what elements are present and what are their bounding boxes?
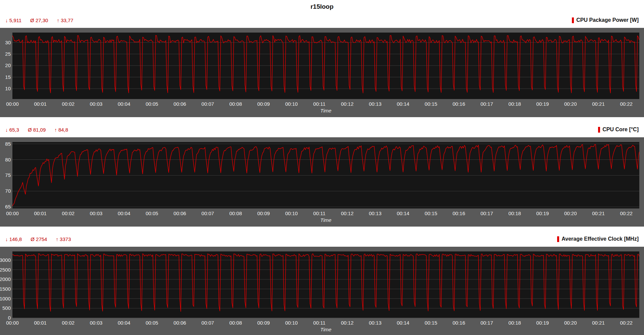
svg-text:20: 20 [5, 62, 11, 68]
svg-text:500: 500 [2, 305, 11, 311]
stats-temp: ↓ 65,3 Ø 81,09 ↑ 84,8 [5, 127, 68, 133]
svg-text:00:21: 00:21 [592, 210, 605, 216]
svg-text:00:00: 00:00 [6, 101, 19, 107]
svg-text:00:04: 00:04 [118, 101, 130, 107]
svg-text:00:03: 00:03 [90, 101, 103, 107]
svg-text:00:14: 00:14 [397, 210, 410, 216]
section-cpu-package-power: ↓ 5,911 Ø 27,30 ↑ 33,77 CPU Package Powe… [0, 14, 644, 117]
clock-chart: 05001000150020002500300000:0000:0100:020… [0, 247, 644, 335]
stats-row-clock: ↓ 146,8 Ø 2754 ↑ 3373 Average Effective … [0, 233, 644, 245]
svg-text:00:05: 00:05 [146, 210, 158, 216]
svg-text:00:20: 00:20 [564, 210, 577, 216]
svg-text:00:11: 00:11 [313, 320, 325, 326]
svg-text:Time: Time [320, 327, 331, 332]
svg-text:00:08: 00:08 [229, 320, 242, 326]
svg-text:80: 80 [5, 157, 11, 162]
svg-text:00:01: 00:01 [34, 210, 47, 216]
window-title-band: r15loop [0, 0, 644, 13]
legend-marker-icon [572, 17, 574, 23]
legend-marker-icon [598, 127, 600, 133]
svg-text:00:00: 00:00 [6, 320, 19, 326]
stats-clock: ↓ 146,8 Ø 2754 ↑ 3373 [5, 236, 71, 242]
svg-text:00:22: 00:22 [620, 101, 633, 107]
svg-text:10: 10 [5, 86, 11, 91]
svg-text:00:01: 00:01 [34, 320, 47, 326]
svg-text:Time: Time [320, 108, 331, 113]
svg-text:70: 70 [5, 188, 11, 194]
stat-max: ↑ 33,77 [57, 17, 73, 23]
svg-text:1500: 1500 [0, 286, 11, 292]
stat-avg: Ø 27,30 [30, 17, 48, 23]
clock-chart-panel: 05001000150020002500300000:0000:0100:020… [0, 247, 644, 335]
svg-text:00:19: 00:19 [536, 210, 549, 216]
temp-chart-panel: 657075808500:0000:0100:0200:0300:0400:05… [0, 137, 644, 227]
svg-text:3000: 3000 [0, 257, 11, 263]
power-chart: 101520253000:0000:0100:0200:0300:0400:05… [0, 28, 644, 117]
svg-text:00:22: 00:22 [620, 320, 633, 326]
svg-text:00:05: 00:05 [146, 320, 158, 326]
svg-text:00:13: 00:13 [369, 101, 382, 107]
svg-text:00:09: 00:09 [257, 210, 270, 216]
svg-text:00:02: 00:02 [62, 320, 75, 326]
stats-row-temp: ↓ 65,3 Ø 81,09 ↑ 84,8 CPU Core [°C] [0, 124, 644, 135]
svg-text:00:21: 00:21 [592, 320, 605, 326]
svg-text:15: 15 [5, 74, 11, 80]
stats-row-power: ↓ 5,911 Ø 27,30 ↑ 33,77 CPU Package Powe… [0, 14, 644, 26]
svg-text:00:16: 00:16 [452, 101, 465, 107]
svg-text:00:04: 00:04 [118, 210, 130, 216]
svg-text:00:18: 00:18 [508, 210, 521, 216]
svg-text:00:16: 00:16 [452, 210, 465, 216]
svg-text:30: 30 [5, 40, 11, 45]
svg-text:00:12: 00:12 [341, 101, 354, 107]
legend-label: CPU Package Power [W] [576, 17, 639, 23]
svg-text:00:15: 00:15 [425, 210, 437, 216]
svg-text:00:02: 00:02 [62, 101, 75, 107]
svg-text:00:03: 00:03 [90, 210, 103, 216]
svg-text:65: 65 [5, 204, 11, 209]
stat-avg: Ø 81,09 [28, 127, 46, 133]
svg-text:00:02: 00:02 [62, 210, 75, 216]
legend-label: CPU Core [°C] [602, 127, 639, 133]
svg-text:00:01: 00:01 [34, 101, 47, 107]
stat-min: ↓ 146,8 [5, 236, 22, 242]
svg-text:00:07: 00:07 [202, 210, 214, 216]
svg-text:00:06: 00:06 [173, 101, 186, 107]
svg-text:25: 25 [5, 51, 11, 57]
svg-text:00:17: 00:17 [480, 101, 493, 107]
svg-text:00:16: 00:16 [452, 320, 465, 326]
svg-text:00:04: 00:04 [118, 320, 130, 326]
stats-power: ↓ 5,911 Ø 27,30 ↑ 33,77 [5, 17, 73, 23]
page-title: r15loop [311, 3, 334, 10]
legend-clock: Average Effective Clock [MHz] [557, 236, 639, 242]
svg-text:00:18: 00:18 [508, 320, 521, 326]
stat-min: ↓ 65,3 [5, 127, 19, 133]
legend-marker-icon [557, 236, 559, 242]
svg-text:00:06: 00:06 [173, 210, 186, 216]
svg-text:00:18: 00:18 [508, 101, 521, 107]
svg-text:00:10: 00:10 [285, 320, 298, 326]
svg-text:00:15: 00:15 [425, 320, 437, 326]
svg-text:00:08: 00:08 [229, 210, 242, 216]
temp-chart: 657075808500:0000:0100:0200:0300:0400:05… [0, 137, 644, 227]
legend-label: Average Effective Clock [MHz] [561, 236, 639, 242]
svg-text:00:22: 00:22 [620, 210, 633, 216]
stat-min: ↓ 5,911 [5, 17, 21, 23]
svg-text:Time: Time [320, 217, 331, 223]
svg-text:00:10: 00:10 [285, 210, 298, 216]
svg-text:00:17: 00:17 [480, 320, 493, 326]
svg-text:75: 75 [5, 172, 11, 178]
svg-text:00:10: 00:10 [285, 101, 298, 107]
svg-text:00:15: 00:15 [425, 101, 437, 107]
svg-text:2000: 2000 [0, 276, 11, 282]
svg-text:00:11: 00:11 [313, 101, 325, 107]
legend-power: CPU Package Power [W] [572, 17, 639, 23]
stat-avg: Ø 2754 [31, 236, 47, 242]
svg-text:00:03: 00:03 [90, 320, 103, 326]
svg-text:00:06: 00:06 [173, 320, 186, 326]
svg-text:00:13: 00:13 [369, 210, 382, 216]
svg-text:00:20: 00:20 [564, 101, 577, 107]
svg-text:85: 85 [5, 141, 11, 147]
svg-text:00:19: 00:19 [536, 101, 549, 107]
legend-temp: CPU Core [°C] [598, 127, 639, 133]
svg-text:2500: 2500 [0, 267, 11, 273]
